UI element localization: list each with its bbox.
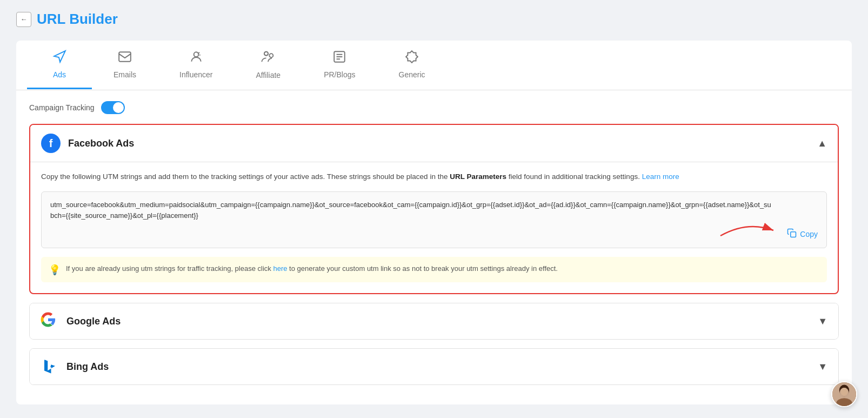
svg-point-1 <box>193 52 198 57</box>
description-bold: URL Parameters <box>450 172 506 181</box>
bing-header-left: Bing Ads <box>41 357 109 376</box>
bing-section-title: Bing Ads <box>66 361 109 373</box>
influencer-icon <box>189 50 203 67</box>
info-text: If you are already using utm strings for… <box>66 263 558 275</box>
bing-ads-section: Bing Ads ▼ <box>29 348 839 385</box>
google-section-header[interactable]: Google Ads ▼ <box>30 303 838 339</box>
info-text-before: If you are already using utm strings for… <box>66 264 273 273</box>
description-part1: Copy the following UTM strings and add t… <box>41 172 450 181</box>
tab-influencer[interactable]: Influencer <box>158 41 234 89</box>
tab-generic-label: Generic <box>399 70 425 79</box>
campaign-tracking-row: Campaign Tracking <box>29 101 839 114</box>
page-title: URL Builder <box>37 11 118 28</box>
back-icon: ← <box>21 15 28 23</box>
avatar-image <box>832 382 856 406</box>
svg-point-4 <box>264 52 268 56</box>
pr-blogs-icon <box>332 50 346 67</box>
bing-icon <box>41 357 59 376</box>
tab-emails-label: Emails <box>113 70 136 79</box>
facebook-description: Copy the following UTM strings and add t… <box>41 171 827 183</box>
info-row: 💡 If you are already using utm strings f… <box>41 257 827 282</box>
tab-ads[interactable]: Ads <box>27 41 92 89</box>
svg-rect-7 <box>791 232 796 237</box>
google-section-title: Google Ads <box>66 316 121 327</box>
tab-ads-label: Ads <box>53 70 66 79</box>
utm-box: utm_source=facebook&utm_medium=paidsocia… <box>41 191 827 249</box>
tab-pr-blogs-label: PR/Blogs <box>324 70 355 79</box>
red-arrow-hint <box>715 221 780 240</box>
ads-icon <box>52 50 66 67</box>
copy-button[interactable]: Copy <box>787 228 818 240</box>
back-button[interactable]: ← <box>16 12 31 27</box>
google-icon <box>41 312 59 330</box>
tab-affiliate[interactable]: Affiliate <box>235 41 303 90</box>
generic-icon <box>405 50 419 67</box>
facebook-section-body: Copy the following UTM strings and add t… <box>30 162 838 293</box>
google-header-left: Google Ads <box>41 312 121 330</box>
facebook-icon: f <box>41 134 61 153</box>
tab-generic[interactable]: Generic <box>377 41 447 89</box>
tab-pr-blogs[interactable]: PR/Blogs <box>302 41 377 89</box>
bing-section-header[interactable]: Bing Ads ▼ <box>30 349 838 384</box>
content-area: Campaign Tracking f Facebook Ads ▲ Copy … <box>16 90 852 404</box>
facebook-ads-section: f Facebook Ads ▲ Copy the following UTM … <box>29 124 839 294</box>
affiliate-icon <box>261 49 276 68</box>
campaign-tracking-label: Campaign Tracking <box>29 103 95 112</box>
emails-icon <box>118 50 132 67</box>
chevron-down-icon: ▼ <box>818 316 827 327</box>
page-container: ← URL Builder Ads Emails <box>0 0 868 415</box>
facebook-section-header[interactable]: f Facebook Ads ▲ <box>30 125 838 162</box>
copy-label: Copy <box>800 230 818 238</box>
campaign-tracking-toggle[interactable] <box>101 101 125 114</box>
utm-string: utm_source=facebook&utm_medium=paidsocia… <box>50 200 818 222</box>
user-avatar[interactable] <box>831 381 857 407</box>
svg-rect-0 <box>119 52 131 61</box>
svg-point-13 <box>841 388 848 396</box>
info-text-after: to generate your custom utm link so as n… <box>287 264 558 273</box>
chevron-up-icon: ▲ <box>817 138 827 149</box>
info-bulb-icon: 💡 <box>49 264 61 276</box>
bing-chevron-down-icon: ▼ <box>818 361 827 373</box>
page-header: ← URL Builder <box>16 11 852 28</box>
copy-area: Copy <box>50 228 818 240</box>
tabs-row: Ads Emails Influencer <box>16 41 852 90</box>
learn-more-link[interactable]: Learn more <box>642 172 679 181</box>
info-here-link[interactable]: here <box>273 264 287 273</box>
facebook-section-title: Facebook Ads <box>68 138 134 149</box>
tab-emails[interactable]: Emails <box>92 41 158 89</box>
tab-affiliate-label: Affiliate <box>256 71 281 79</box>
facebook-header-left: f Facebook Ads <box>41 134 134 153</box>
copy-icon <box>787 228 797 240</box>
svg-point-3 <box>270 54 273 57</box>
description-part2: field found in additional tracking setti… <box>506 172 642 181</box>
tab-influencer-label: Influencer <box>179 70 212 79</box>
google-ads-section: Google Ads ▼ <box>29 303 839 340</box>
